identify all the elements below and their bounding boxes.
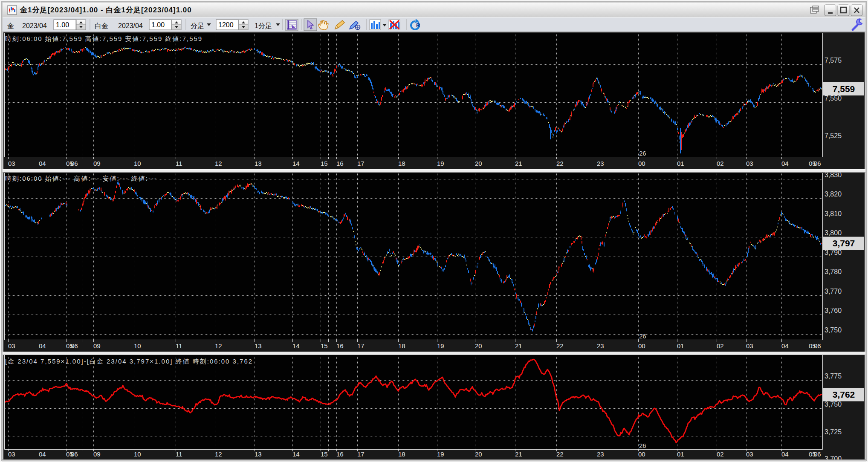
svg-text:26: 26 — [639, 150, 646, 157]
svg-text:16: 16 — [336, 450, 344, 458]
svg-text:00: 00 — [638, 450, 645, 458]
svg-text:23: 23 — [597, 450, 604, 458]
svg-text:7,559: 7,559 — [833, 84, 855, 94]
svg-text:3,725: 3,725 — [825, 428, 842, 436]
svg-text:12: 12 — [215, 160, 222, 167]
svg-text:R: R — [416, 22, 420, 29]
svg-text:06: 06 — [71, 450, 78, 458]
svg-text:04: 04 — [781, 342, 789, 349]
svg-text:19: 19 — [437, 342, 444, 349]
svg-text:03: 03 — [8, 450, 15, 458]
svg-text:分足: 分足 — [191, 22, 204, 29]
svg-text:時刻:06:00 始値:7,559 高値:7,559 安値:: 時刻:06:00 始値:7,559 高値:7,559 安値:7,559 終値:7… — [5, 35, 203, 42]
svg-text:00: 00 — [638, 160, 645, 167]
svg-text:26: 26 — [639, 332, 646, 340]
svg-text:18: 18 — [398, 160, 405, 167]
svg-text:18: 18 — [398, 450, 405, 458]
svg-text:3,810: 3,810 — [825, 210, 842, 217]
svg-text:3,780: 3,780 — [825, 268, 842, 275]
svg-text:2023/04: 2023/04 — [118, 22, 143, 29]
svg-text:金1分足[2023/04]1.00 - 白金1分足[2023: 金1分足[2023/04]1.00 - 白金1分足[2023/04]1.00 — [20, 6, 192, 14]
svg-text:3,770: 3,770 — [825, 288, 842, 295]
svg-text:10: 10 — [134, 342, 141, 349]
svg-text:22: 22 — [556, 342, 564, 349]
svg-text:01: 01 — [677, 160, 684, 167]
svg-text:15: 15 — [321, 160, 328, 167]
svg-text:12: 12 — [215, 450, 222, 458]
svg-text:7,525: 7,525 — [825, 132, 842, 139]
svg-text:3,762: 3,762 — [833, 390, 855, 399]
svg-text:13: 13 — [255, 160, 262, 167]
svg-text:19: 19 — [437, 160, 444, 167]
svg-text:3,750: 3,750 — [825, 401, 842, 408]
svg-text:04: 04 — [39, 160, 46, 167]
svg-text:11: 11 — [176, 342, 182, 349]
svg-text:13: 13 — [255, 342, 262, 349]
svg-text:14: 14 — [292, 342, 300, 349]
svg-text:2023/04: 2023/04 — [22, 22, 47, 29]
svg-text:3,750: 3,750 — [825, 326, 842, 334]
svg-text:13: 13 — [255, 450, 262, 458]
svg-text:17: 17 — [357, 160, 365, 167]
svg-text:1.00: 1.00 — [56, 21, 69, 29]
svg-text:7,550: 7,550 — [825, 95, 842, 102]
svg-text:26: 26 — [639, 442, 646, 449]
svg-text:10: 10 — [134, 160, 141, 167]
svg-text:20: 20 — [475, 160, 482, 167]
svg-text:16: 16 — [336, 160, 344, 167]
svg-text:09: 09 — [93, 450, 101, 458]
svg-text:18: 18 — [398, 342, 405, 349]
svg-text:20: 20 — [475, 450, 482, 458]
svg-text:17: 17 — [357, 342, 365, 349]
svg-text:09: 09 — [93, 342, 101, 349]
svg-text:23: 23 — [597, 342, 604, 349]
svg-text:白金: 白金 — [95, 22, 108, 29]
svg-text:01: 01 — [677, 342, 684, 349]
svg-text:09: 09 — [93, 160, 101, 167]
svg-text:3,800: 3,800 — [825, 229, 842, 237]
svg-text:22: 22 — [556, 160, 564, 167]
svg-text:23: 23 — [597, 160, 604, 167]
svg-text:03: 03 — [8, 160, 15, 167]
svg-text:06: 06 — [814, 342, 821, 349]
svg-text:22: 22 — [556, 450, 564, 458]
svg-text:7,575: 7,575 — [825, 57, 842, 64]
svg-text:11: 11 — [176, 450, 182, 458]
svg-text:10: 10 — [134, 450, 141, 458]
svg-text:11: 11 — [176, 160, 182, 167]
svg-text:3,775: 3,775 — [825, 372, 842, 380]
svg-text:02: 02 — [717, 160, 724, 167]
svg-text:金: 金 — [7, 22, 14, 29]
svg-text:14: 14 — [292, 160, 300, 167]
svg-text:06: 06 — [814, 450, 821, 458]
svg-text:15: 15 — [321, 342, 328, 349]
svg-text:[金 23/04 7,559×1.00]-[白金 23/04: [金 23/04 7,559×1.00]-[白金 23/04 3,797×1.0… — [5, 358, 253, 365]
svg-text:01: 01 — [677, 450, 684, 458]
svg-text:21: 21 — [515, 450, 522, 458]
svg-text:1200: 1200 — [218, 21, 234, 29]
svg-text:時刻:06:00 始値:--- 高値:--- 安値:---: 時刻:06:00 始値:--- 高値:--- 安値:--- 終値:--- — [5, 175, 157, 182]
svg-text:3,820: 3,820 — [825, 191, 842, 198]
svg-text:00: 00 — [638, 342, 645, 349]
svg-text:06: 06 — [71, 342, 78, 349]
svg-text:03: 03 — [746, 450, 753, 458]
svg-text:1分足: 1分足 — [255, 22, 272, 29]
svg-text:03: 03 — [746, 342, 753, 349]
svg-text:21: 21 — [515, 160, 522, 167]
svg-text:02: 02 — [717, 450, 724, 458]
svg-text:02: 02 — [717, 342, 724, 349]
svg-text:16: 16 — [336, 342, 344, 349]
svg-text:19: 19 — [437, 450, 444, 458]
svg-text:06: 06 — [814, 160, 821, 167]
svg-text:17: 17 — [357, 450, 365, 458]
svg-text:04: 04 — [39, 450, 46, 458]
svg-text:03: 03 — [8, 342, 15, 349]
svg-text:14: 14 — [292, 450, 300, 458]
svg-text:15: 15 — [321, 450, 328, 458]
svg-text:04: 04 — [781, 450, 789, 458]
svg-text:12: 12 — [215, 342, 222, 349]
svg-text:1.00: 1.00 — [151, 21, 165, 29]
svg-text:3,760: 3,760 — [825, 307, 842, 314]
svg-text:04: 04 — [781, 160, 789, 167]
svg-text:06: 06 — [71, 160, 78, 167]
